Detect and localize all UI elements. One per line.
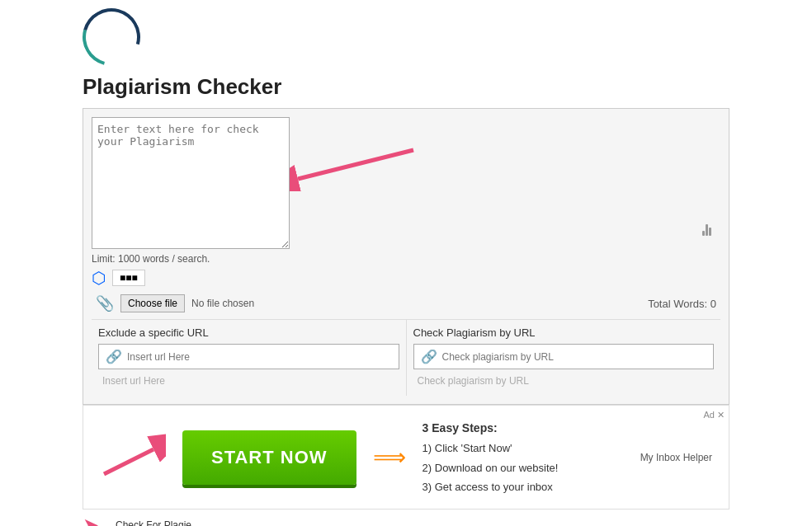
check-plagiarism-text: Check For Plagie <box>107 515 200 526</box>
exclude-url-input-wrapper: 🔗 <box>98 344 399 369</box>
page-title: Plagiarism Checker <box>0 70 812 108</box>
step1-text: 1) Click 'Start Now' <box>423 439 559 458</box>
check-arrow-icon: ➤ <box>83 514 99 526</box>
logo-area <box>0 0 812 70</box>
check-url-label: Check Plagiarism by URL <box>413 326 715 339</box>
plagiarism-text-input[interactable] <box>92 117 290 249</box>
ad-close-button[interactable]: Ad ✕ <box>703 410 725 420</box>
svg-rect-3 <box>709 228 711 236</box>
check-url-input[interactable] <box>442 351 707 363</box>
below-textarea-row: Limit: 1000 words / search. <box>92 253 720 265</box>
dropbox-row: ⬡ ■■■ <box>92 268 720 288</box>
chain-icon-exclude: 🔗 <box>106 349 122 364</box>
left-pink-arrow <box>100 433 166 482</box>
exclude-url-input[interactable] <box>127 351 392 363</box>
exclude-url-placeholder: Insert url Here <box>98 373 399 389</box>
choose-file-button[interactable]: Choose file <box>120 294 185 312</box>
step2-text: 2) Download on our website! <box>423 458 559 477</box>
logo-icon <box>72 0 151 77</box>
easy-steps-text: 3 Easy Steps: 1) Click 'Start Now' 2) Do… <box>423 418 559 496</box>
dropbox-icon: ⬡ <box>92 268 106 288</box>
exclude-url-label: Exclude a specific URL <box>98 326 399 339</box>
pink-arrow-indicator <box>290 142 422 195</box>
step3-text: 3) Get access to your inbox <box>423 477 559 496</box>
svg-line-6 <box>104 449 153 474</box>
svg-rect-4 <box>702 231 705 236</box>
exclude-url-box: Exclude a specific URL 🔗 Insert url Here <box>92 320 407 396</box>
chain-icon-check: 🔗 <box>421 349 437 364</box>
svg-rect-2 <box>706 224 708 236</box>
steps-title: 3 Easy Steps: <box>423 418 559 439</box>
word-limit-text: Limit: 1000 words / search. <box>92 253 210 265</box>
left-arrow-area <box>100 433 166 482</box>
my-inbox-helper-text: My Inbox Helper <box>640 452 712 463</box>
file-upload-row: 📎 Choose file No file chosen Total Words… <box>92 294 720 312</box>
url-section: Exclude a specific URL 🔗 Insert url Here… <box>92 319 720 396</box>
check-url-input-wrapper: 🔗 <box>413 344 715 369</box>
main-content-box: Limit: 1000 words / search. ⬡ ■■■ 📎 Choo… <box>83 108 729 405</box>
check-url-box: Check Plagiarism by URL 🔗 Check plagiari… <box>407 320 721 396</box>
total-words-count: Total Words: 0 <box>648 298 716 310</box>
svg-line-1 <box>298 150 413 179</box>
file-upload-left: 📎 Choose file No file chosen <box>96 294 254 312</box>
check-plagiarism-row: ➤ Check For Plagie <box>83 510 729 526</box>
textarea-row <box>92 117 720 249</box>
ad-area: Ad ✕ START NOW ⟹ 3 Easy Steps: 1) Click … <box>83 405 729 526</box>
paperclip-icon: 📎 <box>96 294 114 312</box>
start-now-button[interactable]: START NOW <box>182 430 356 485</box>
resize-icon <box>697 223 714 242</box>
no-file-text: No file chosen <box>191 298 254 309</box>
orange-arrow-icon: ⟹ <box>373 444 406 471</box>
ad-badge-text: Ad ✕ <box>703 410 725 420</box>
start-now-ad: Ad ✕ START NOW ⟹ 3 Easy Steps: 1) Click … <box>83 405 729 510</box>
check-url-placeholder: Check plagiarism by URL <box>413 373 715 389</box>
dropbox-button[interactable]: ■■■ <box>112 270 145 286</box>
